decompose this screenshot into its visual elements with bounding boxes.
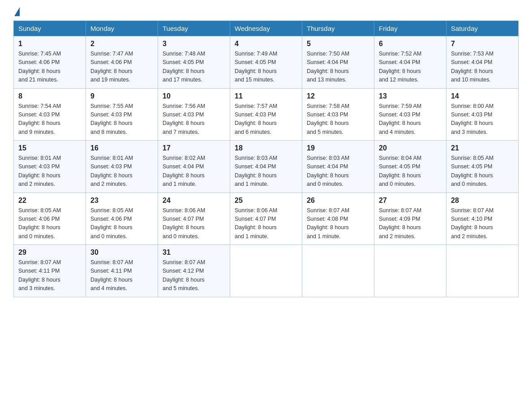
day-number: 28 xyxy=(451,197,514,205)
day-info: Sunrise: 8:03 AMSunset: 4:04 PMDaylight:… xyxy=(235,154,297,189)
calendar-cell: 4Sunrise: 7:49 AMSunset: 4:05 PMDaylight… xyxy=(230,36,302,89)
calendar-cell: 29Sunrise: 8:07 AMSunset: 4:11 PMDayligh… xyxy=(14,245,86,297)
calendar-cell: 20Sunrise: 8:04 AMSunset: 4:05 PMDayligh… xyxy=(374,141,446,193)
calendar-cell: 21Sunrise: 8:05 AMSunset: 4:05 PMDayligh… xyxy=(446,141,519,193)
header-tuesday: Tuesday xyxy=(158,21,230,36)
day-info: Sunrise: 8:04 AMSunset: 4:05 PMDaylight:… xyxy=(379,154,442,189)
day-number: 15 xyxy=(18,144,81,152)
calendar-cell xyxy=(230,245,302,297)
calendar-cell xyxy=(446,245,519,297)
calendar-cell: 28Sunrise: 8:07 AMSunset: 4:10 PMDayligh… xyxy=(446,193,519,245)
logo-triangle-icon xyxy=(14,7,20,16)
day-number: 21 xyxy=(451,144,514,152)
calendar-cell: 25Sunrise: 8:06 AMSunset: 4:07 PMDayligh… xyxy=(230,193,302,245)
day-info: Sunrise: 7:52 AMSunset: 4:04 PMDaylight:… xyxy=(379,50,442,85)
calendar-cell: 12Sunrise: 7:58 AMSunset: 4:03 PMDayligh… xyxy=(302,88,374,141)
calendar-cell: 30Sunrise: 8:07 AMSunset: 4:11 PMDayligh… xyxy=(86,245,158,297)
calendar-cell: 2Sunrise: 7:47 AMSunset: 4:06 PMDaylight… xyxy=(86,36,158,89)
day-info: Sunrise: 8:05 AMSunset: 4:06 PMDaylight:… xyxy=(90,206,153,241)
day-info: Sunrise: 7:50 AMSunset: 4:04 PMDaylight:… xyxy=(307,50,369,85)
calendar-cell: 14Sunrise: 8:00 AMSunset: 4:03 PMDayligh… xyxy=(446,88,519,141)
calendar-cell: 31Sunrise: 8:07 AMSunset: 4:12 PMDayligh… xyxy=(158,245,230,297)
calendar-cell: 3Sunrise: 7:48 AMSunset: 4:05 PMDaylight… xyxy=(158,36,230,89)
day-number: 25 xyxy=(235,197,297,205)
day-number: 10 xyxy=(163,92,225,100)
calendar-cell: 11Sunrise: 7:57 AMSunset: 4:03 PMDayligh… xyxy=(230,88,302,141)
day-info: Sunrise: 8:00 AMSunset: 4:03 PMDaylight:… xyxy=(451,102,514,137)
week-row-2: 8Sunrise: 7:54 AMSunset: 4:03 PMDaylight… xyxy=(14,88,519,141)
day-number: 13 xyxy=(379,92,442,100)
header-sunday: Sunday xyxy=(14,21,86,36)
day-number: 7 xyxy=(451,40,514,48)
day-info: Sunrise: 7:56 AMSunset: 4:03 PMDaylight:… xyxy=(163,102,225,137)
calendar-cell: 16Sunrise: 8:01 AMSunset: 4:03 PMDayligh… xyxy=(86,141,158,193)
day-number: 18 xyxy=(235,144,297,152)
calendar-cell: 8Sunrise: 7:54 AMSunset: 4:03 PMDaylight… xyxy=(14,88,86,141)
day-number: 20 xyxy=(379,144,442,152)
day-info: Sunrise: 7:59 AMSunset: 4:03 PMDaylight:… xyxy=(379,102,442,137)
day-info: Sunrise: 8:06 AMSunset: 4:07 PMDaylight:… xyxy=(163,206,225,241)
day-info: Sunrise: 8:02 AMSunset: 4:04 PMDaylight:… xyxy=(163,154,225,189)
day-info: Sunrise: 8:05 AMSunset: 4:06 PMDaylight:… xyxy=(18,206,81,241)
calendar-cell: 26Sunrise: 8:07 AMSunset: 4:08 PMDayligh… xyxy=(302,193,374,245)
day-info: Sunrise: 7:48 AMSunset: 4:05 PMDaylight:… xyxy=(163,50,225,85)
day-info: Sunrise: 7:53 AMSunset: 4:04 PMDaylight:… xyxy=(451,50,514,85)
calendar-cell: 18Sunrise: 8:03 AMSunset: 4:04 PMDayligh… xyxy=(230,141,302,193)
day-number: 30 xyxy=(90,248,153,257)
week-row-4: 22Sunrise: 8:05 AMSunset: 4:06 PMDayligh… xyxy=(14,193,519,245)
header-thursday: Thursday xyxy=(302,21,374,36)
calendar-cell: 13Sunrise: 7:59 AMSunset: 4:03 PMDayligh… xyxy=(374,88,446,141)
week-row-3: 15Sunrise: 8:01 AMSunset: 4:03 PMDayligh… xyxy=(14,141,519,193)
calendar-cell: 6Sunrise: 7:52 AMSunset: 4:04 PMDaylight… xyxy=(374,36,446,89)
day-info: Sunrise: 8:07 AMSunset: 4:08 PMDaylight:… xyxy=(307,206,369,241)
day-info: Sunrise: 8:07 AMSunset: 4:12 PMDaylight:… xyxy=(163,258,225,293)
day-info: Sunrise: 8:07 AMSunset: 4:09 PMDaylight:… xyxy=(379,206,442,241)
page-header xyxy=(13,9,519,16)
day-number: 1 xyxy=(18,40,81,48)
day-number: 2 xyxy=(90,40,153,48)
day-info: Sunrise: 8:01 AMSunset: 4:03 PMDaylight:… xyxy=(90,154,153,189)
day-number: 24 xyxy=(163,197,225,205)
calendar-cell: 9Sunrise: 7:55 AMSunset: 4:03 PMDaylight… xyxy=(86,88,158,141)
day-number: 27 xyxy=(379,197,442,205)
day-number: 12 xyxy=(307,92,369,100)
day-number: 5 xyxy=(307,40,369,48)
logo[interactable] xyxy=(13,9,20,16)
calendar-cell: 5Sunrise: 7:50 AMSunset: 4:04 PMDaylight… xyxy=(302,36,374,89)
day-info: Sunrise: 7:45 AMSunset: 4:06 PMDaylight:… xyxy=(18,50,81,85)
day-info: Sunrise: 7:49 AMSunset: 4:05 PMDaylight:… xyxy=(235,50,297,85)
day-number: 23 xyxy=(90,197,153,205)
day-number: 31 xyxy=(163,248,225,257)
day-number: 3 xyxy=(163,40,225,48)
day-info: Sunrise: 8:01 AMSunset: 4:03 PMDaylight:… xyxy=(18,154,81,189)
day-info: Sunrise: 8:07 AMSunset: 4:11 PMDaylight:… xyxy=(18,258,81,293)
calendar-cell: 19Sunrise: 8:03 AMSunset: 4:04 PMDayligh… xyxy=(302,141,374,193)
calendar-cell: 22Sunrise: 8:05 AMSunset: 4:06 PMDayligh… xyxy=(14,193,86,245)
day-number: 22 xyxy=(18,197,81,205)
calendar-cell: 17Sunrise: 8:02 AMSunset: 4:04 PMDayligh… xyxy=(158,141,230,193)
day-info: Sunrise: 8:07 AMSunset: 4:11 PMDaylight:… xyxy=(90,258,153,293)
day-info: Sunrise: 8:07 AMSunset: 4:10 PMDaylight:… xyxy=(451,206,514,241)
day-number: 6 xyxy=(379,40,442,48)
day-info: Sunrise: 7:58 AMSunset: 4:03 PMDaylight:… xyxy=(307,102,369,137)
calendar-cell: 7Sunrise: 7:53 AMSunset: 4:04 PMDaylight… xyxy=(446,36,519,89)
day-number: 9 xyxy=(90,92,153,100)
calendar-cell: 10Sunrise: 7:56 AMSunset: 4:03 PMDayligh… xyxy=(158,88,230,141)
calendar-cell: 1Sunrise: 7:45 AMSunset: 4:06 PMDaylight… xyxy=(14,36,86,89)
calendar-cell: 27Sunrise: 8:07 AMSunset: 4:09 PMDayligh… xyxy=(374,193,446,245)
day-number: 17 xyxy=(163,144,225,152)
day-number: 8 xyxy=(18,92,81,100)
calendar-cell: 15Sunrise: 8:01 AMSunset: 4:03 PMDayligh… xyxy=(14,141,86,193)
week-row-5: 29Sunrise: 8:07 AMSunset: 4:11 PMDayligh… xyxy=(14,245,519,297)
calendar-cell xyxy=(374,245,446,297)
calendar-table: SundayMondayTuesdayWednesdayThursdayFrid… xyxy=(13,21,519,297)
day-info: Sunrise: 7:54 AMSunset: 4:03 PMDaylight:… xyxy=(18,102,81,137)
day-number: 19 xyxy=(307,144,369,152)
calendar-cell: 23Sunrise: 8:05 AMSunset: 4:06 PMDayligh… xyxy=(86,193,158,245)
day-info: Sunrise: 7:55 AMSunset: 4:03 PMDaylight:… xyxy=(90,102,153,137)
day-number: 4 xyxy=(235,40,297,48)
day-number: 14 xyxy=(451,92,514,100)
header-monday: Monday xyxy=(86,21,158,36)
calendar-cell: 24Sunrise: 8:06 AMSunset: 4:07 PMDayligh… xyxy=(158,193,230,245)
day-info: Sunrise: 7:47 AMSunset: 4:06 PMDaylight:… xyxy=(90,50,153,85)
